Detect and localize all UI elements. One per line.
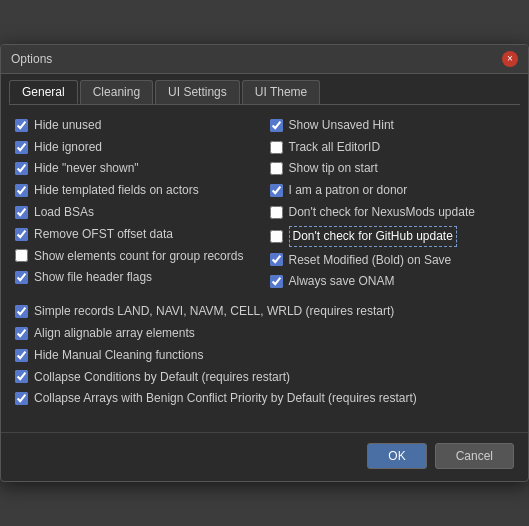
remove-ofst-label[interactable]: Remove OFST offset data <box>34 226 173 243</box>
show-elements-count-checkbox[interactable] <box>15 249 28 262</box>
reset-modified-bold-label[interactable]: Reset Modified (Bold) on Save <box>289 252 452 269</box>
hide-never-shown-label[interactable]: Hide "never shown" <box>34 160 139 177</box>
checkbox-show-elements-count: Show elements count for group records <box>15 248 260 265</box>
dont-check-nexus-checkbox[interactable] <box>270 206 283 219</box>
show-elements-count-label[interactable]: Show elements count for group records <box>34 248 243 265</box>
right-column: Show Unsaved Hint Track all EditorID Sho… <box>270 117 515 295</box>
track-all-editorid-label[interactable]: Track all EditorID <box>289 139 381 156</box>
dont-check-github-label[interactable]: Don't check for GitHub update <box>289 226 457 247</box>
show-tip-on-start-checkbox[interactable] <box>270 162 283 175</box>
tab-content: Hide unused Hide ignored Hide "never sho… <box>1 105 528 424</box>
checkbox-load-bsas: Load BSAs <box>15 204 260 221</box>
simple-records-label[interactable]: Simple records LAND, NAVI, NAVM, CELL, W… <box>34 303 394 320</box>
checkbox-align-array: Align alignable array elements <box>15 325 514 342</box>
checkbox-hide-ignored: Hide ignored <box>15 139 260 156</box>
checkbox-dont-check-nexus: Don't check for NexusMods update <box>270 204 515 221</box>
load-bsas-label[interactable]: Load BSAs <box>34 204 94 221</box>
collapse-arrays-checkbox[interactable] <box>15 392 28 405</box>
i-am-patron-label[interactable]: I am a patron or donor <box>289 182 408 199</box>
hide-templated-checkbox[interactable] <box>15 184 28 197</box>
i-am-patron-checkbox[interactable] <box>270 184 283 197</box>
collapse-conditions-label[interactable]: Collapse Conditions by Default (requires… <box>34 369 290 386</box>
show-unsaved-hint-label[interactable]: Show Unsaved Hint <box>289 117 394 134</box>
checkbox-hide-never-shown: Hide "never shown" <box>15 160 260 177</box>
footer: OK Cancel <box>1 432 528 481</box>
tab-cleaning[interactable]: Cleaning <box>80 80 153 104</box>
align-array-label[interactable]: Align alignable array elements <box>34 325 195 342</box>
remove-ofst-checkbox[interactable] <box>15 228 28 241</box>
checkbox-always-save-onam: Always save ONAM <box>270 273 515 290</box>
hide-manual-cleaning-checkbox[interactable] <box>15 349 28 362</box>
tab-ui-settings[interactable]: UI Settings <box>155 80 240 104</box>
show-tip-on-start-label[interactable]: Show tip on start <box>289 160 378 177</box>
title-bar: Options × <box>1 45 528 74</box>
tab-general[interactable]: General <box>9 80 78 104</box>
tab-bar: General Cleaning UI Settings UI Theme <box>1 74 528 104</box>
align-array-checkbox[interactable] <box>15 327 28 340</box>
show-file-header-checkbox[interactable] <box>15 271 28 284</box>
checkbox-simple-records: Simple records LAND, NAVI, NAVM, CELL, W… <box>15 303 514 320</box>
hide-never-shown-checkbox[interactable] <box>15 162 28 175</box>
show-file-header-label[interactable]: Show file header flags <box>34 269 152 286</box>
left-column: Hide unused Hide ignored Hide "never sho… <box>15 117 260 295</box>
checkbox-remove-ofst: Remove OFST offset data <box>15 226 260 243</box>
load-bsas-checkbox[interactable] <box>15 206 28 219</box>
options-window: Options × General Cleaning UI Settings U… <box>0 44 529 482</box>
checkbox-reset-modified-bold: Reset Modified (Bold) on Save <box>270 252 515 269</box>
simple-records-checkbox[interactable] <box>15 305 28 318</box>
dont-check-nexus-label[interactable]: Don't check for NexusMods update <box>289 204 475 221</box>
checkbox-track-all-editorid: Track all EditorID <box>270 139 515 156</box>
checkbox-show-file-header: Show file header flags <box>15 269 260 286</box>
hide-unused-label[interactable]: Hide unused <box>34 117 101 134</box>
checkbox-i-am-patron: I am a patron or donor <box>270 182 515 199</box>
hide-ignored-checkbox[interactable] <box>15 141 28 154</box>
window-title: Options <box>11 52 52 66</box>
checkbox-show-tip-on-start: Show tip on start <box>270 160 515 177</box>
checkbox-show-unsaved-hint: Show Unsaved Hint <box>270 117 515 134</box>
always-save-onam-checkbox[interactable] <box>270 275 283 288</box>
cancel-button[interactable]: Cancel <box>435 443 514 469</box>
collapse-conditions-checkbox[interactable] <box>15 370 28 383</box>
dont-check-github-checkbox[interactable] <box>270 230 283 243</box>
two-column-area: Hide unused Hide ignored Hide "never sho… <box>15 117 514 295</box>
checkbox-hide-templated: Hide templated fields on actors <box>15 182 260 199</box>
close-button[interactable]: × <box>502 51 518 67</box>
checkbox-collapse-arrays: Collapse Arrays with Benign Conflict Pri… <box>15 390 514 407</box>
ok-button[interactable]: OK <box>367 443 426 469</box>
hide-templated-label[interactable]: Hide templated fields on actors <box>34 182 199 199</box>
tab-ui-theme[interactable]: UI Theme <box>242 80 320 104</box>
always-save-onam-label[interactable]: Always save ONAM <box>289 273 395 290</box>
checkbox-collapse-conditions: Collapse Conditions by Default (requires… <box>15 369 514 386</box>
hide-ignored-label[interactable]: Hide ignored <box>34 139 102 156</box>
track-all-editorid-checkbox[interactable] <box>270 141 283 154</box>
hide-unused-checkbox[interactable] <box>15 119 28 132</box>
show-unsaved-hint-checkbox[interactable] <box>270 119 283 132</box>
checkbox-hide-manual-cleaning: Hide Manual Cleaning functions <box>15 347 514 364</box>
checkbox-hide-unused: Hide unused <box>15 117 260 134</box>
collapse-arrays-label[interactable]: Collapse Arrays with Benign Conflict Pri… <box>34 390 417 407</box>
reset-modified-bold-checkbox[interactable] <box>270 253 283 266</box>
hide-manual-cleaning-label[interactable]: Hide Manual Cleaning functions <box>34 347 203 364</box>
checkbox-dont-check-github: Don't check for GitHub update <box>270 226 515 247</box>
